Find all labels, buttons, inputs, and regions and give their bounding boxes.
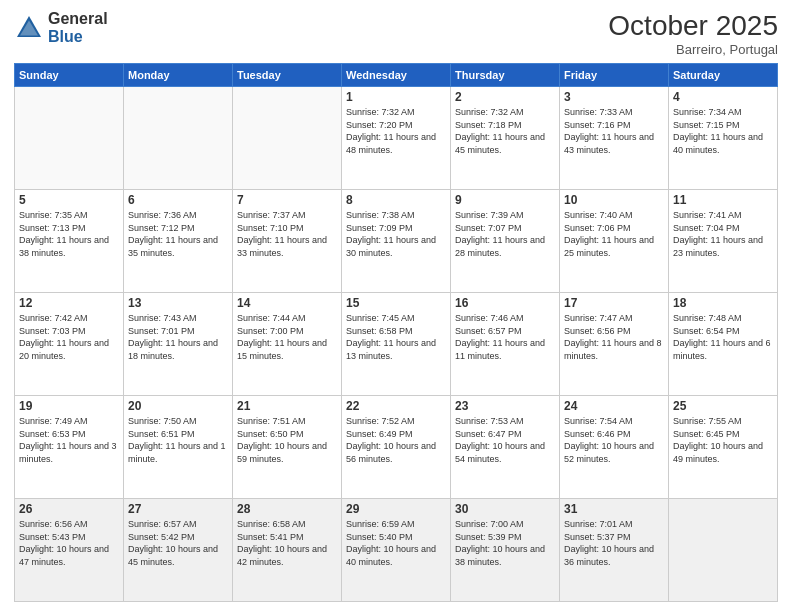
cell-w0-d4: 2Sunrise: 7:32 AM Sunset: 7:18 PM Daylig… <box>451 87 560 190</box>
cell-w3-d3: 22Sunrise: 7:52 AM Sunset: 6:49 PM Dayli… <box>342 396 451 499</box>
cell-w3-d6: 25Sunrise: 7:55 AM Sunset: 6:45 PM Dayli… <box>669 396 778 499</box>
cell-w3-d1: 20Sunrise: 7:50 AM Sunset: 6:51 PM Dayli… <box>124 396 233 499</box>
day-number: 28 <box>237 502 337 516</box>
cell-info: Sunrise: 7:50 AM Sunset: 6:51 PM Dayligh… <box>128 415 228 465</box>
day-number: 14 <box>237 296 337 310</box>
cell-w3-d2: 21Sunrise: 7:51 AM Sunset: 6:50 PM Dayli… <box>233 396 342 499</box>
day-number: 24 <box>564 399 664 413</box>
cell-info: Sunrise: 6:56 AM Sunset: 5:43 PM Dayligh… <box>19 518 119 568</box>
cell-info: Sunrise: 7:39 AM Sunset: 7:07 PM Dayligh… <box>455 209 555 259</box>
cell-info: Sunrise: 6:59 AM Sunset: 5:40 PM Dayligh… <box>346 518 446 568</box>
cell-w1-d4: 9Sunrise: 7:39 AM Sunset: 7:07 PM Daylig… <box>451 190 560 293</box>
location: Barreiro, Portugal <box>608 42 778 57</box>
day-number: 8 <box>346 193 446 207</box>
day-number: 25 <box>673 399 773 413</box>
day-number: 1 <box>346 90 446 104</box>
cell-info: Sunrise: 7:51 AM Sunset: 6:50 PM Dayligh… <box>237 415 337 465</box>
logo-icon <box>14 13 44 43</box>
day-number: 26 <box>19 502 119 516</box>
cell-w0-d0 <box>15 87 124 190</box>
day-number: 20 <box>128 399 228 413</box>
cell-w0-d1 <box>124 87 233 190</box>
cell-w3-d0: 19Sunrise: 7:49 AM Sunset: 6:53 PM Dayli… <box>15 396 124 499</box>
cell-w2-d3: 15Sunrise: 7:45 AM Sunset: 6:58 PM Dayli… <box>342 293 451 396</box>
cell-info: Sunrise: 7:41 AM Sunset: 7:04 PM Dayligh… <box>673 209 773 259</box>
day-number: 12 <box>19 296 119 310</box>
cell-w1-d2: 7Sunrise: 7:37 AM Sunset: 7:10 PM Daylig… <box>233 190 342 293</box>
cell-info: Sunrise: 7:35 AM Sunset: 7:13 PM Dayligh… <box>19 209 119 259</box>
cell-info: Sunrise: 7:53 AM Sunset: 6:47 PM Dayligh… <box>455 415 555 465</box>
week-row-4: 26Sunrise: 6:56 AM Sunset: 5:43 PM Dayli… <box>15 499 778 602</box>
cell-w1-d1: 6Sunrise: 7:36 AM Sunset: 7:12 PM Daylig… <box>124 190 233 293</box>
day-number: 16 <box>455 296 555 310</box>
cell-info: Sunrise: 7:37 AM Sunset: 7:10 PM Dayligh… <box>237 209 337 259</box>
cell-w2-d6: 18Sunrise: 7:48 AM Sunset: 6:54 PM Dayli… <box>669 293 778 396</box>
col-tuesday: Tuesday <box>233 64 342 87</box>
day-number: 30 <box>455 502 555 516</box>
cell-w1-d3: 8Sunrise: 7:38 AM Sunset: 7:09 PM Daylig… <box>342 190 451 293</box>
day-number: 19 <box>19 399 119 413</box>
cell-info: Sunrise: 7:00 AM Sunset: 5:39 PM Dayligh… <box>455 518 555 568</box>
cell-w4-d3: 29Sunrise: 6:59 AM Sunset: 5:40 PM Dayli… <box>342 499 451 602</box>
header: General Blue October 2025 Barreiro, Port… <box>14 10 778 57</box>
logo: General Blue <box>14 10 108 45</box>
day-number: 22 <box>346 399 446 413</box>
cell-info: Sunrise: 7:42 AM Sunset: 7:03 PM Dayligh… <box>19 312 119 362</box>
col-monday: Monday <box>124 64 233 87</box>
logo-general-text: General <box>48 10 108 28</box>
cell-info: Sunrise: 7:44 AM Sunset: 7:00 PM Dayligh… <box>237 312 337 362</box>
page: General Blue October 2025 Barreiro, Port… <box>0 0 792 612</box>
cell-w4-d6 <box>669 499 778 602</box>
cell-w2-d1: 13Sunrise: 7:43 AM Sunset: 7:01 PM Dayli… <box>124 293 233 396</box>
week-row-0: 1Sunrise: 7:32 AM Sunset: 7:20 PM Daylig… <box>15 87 778 190</box>
cell-w2-d0: 12Sunrise: 7:42 AM Sunset: 7:03 PM Dayli… <box>15 293 124 396</box>
day-number: 23 <box>455 399 555 413</box>
cell-info: Sunrise: 7:38 AM Sunset: 7:09 PM Dayligh… <box>346 209 446 259</box>
cell-info: Sunrise: 7:55 AM Sunset: 6:45 PM Dayligh… <box>673 415 773 465</box>
cell-info: Sunrise: 7:40 AM Sunset: 7:06 PM Dayligh… <box>564 209 664 259</box>
cell-info: Sunrise: 7:32 AM Sunset: 7:20 PM Dayligh… <box>346 106 446 156</box>
day-number: 17 <box>564 296 664 310</box>
cell-info: Sunrise: 6:58 AM Sunset: 5:41 PM Dayligh… <box>237 518 337 568</box>
day-number: 13 <box>128 296 228 310</box>
cell-w1-d5: 10Sunrise: 7:40 AM Sunset: 7:06 PM Dayli… <box>560 190 669 293</box>
cell-info: Sunrise: 7:45 AM Sunset: 6:58 PM Dayligh… <box>346 312 446 362</box>
day-number: 9 <box>455 193 555 207</box>
cell-info: Sunrise: 7:52 AM Sunset: 6:49 PM Dayligh… <box>346 415 446 465</box>
cell-info: Sunrise: 7:48 AM Sunset: 6:54 PM Dayligh… <box>673 312 773 362</box>
cell-w4-d4: 30Sunrise: 7:00 AM Sunset: 5:39 PM Dayli… <box>451 499 560 602</box>
day-number: 5 <box>19 193 119 207</box>
cell-w3-d4: 23Sunrise: 7:53 AM Sunset: 6:47 PM Dayli… <box>451 396 560 499</box>
cell-info: Sunrise: 7:43 AM Sunset: 7:01 PM Dayligh… <box>128 312 228 362</box>
day-number: 3 <box>564 90 664 104</box>
cell-w0-d3: 1Sunrise: 7:32 AM Sunset: 7:20 PM Daylig… <box>342 87 451 190</box>
cell-info: Sunrise: 7:46 AM Sunset: 6:57 PM Dayligh… <box>455 312 555 362</box>
cell-w1-d6: 11Sunrise: 7:41 AM Sunset: 7:04 PM Dayli… <box>669 190 778 293</box>
col-thursday: Thursday <box>451 64 560 87</box>
cell-info: Sunrise: 7:47 AM Sunset: 6:56 PM Dayligh… <box>564 312 664 362</box>
day-number: 4 <box>673 90 773 104</box>
cell-info: Sunrise: 7:33 AM Sunset: 7:16 PM Dayligh… <box>564 106 664 156</box>
cell-w4-d2: 28Sunrise: 6:58 AM Sunset: 5:41 PM Dayli… <box>233 499 342 602</box>
day-number: 10 <box>564 193 664 207</box>
week-row-1: 5Sunrise: 7:35 AM Sunset: 7:13 PM Daylig… <box>15 190 778 293</box>
cell-w2-d4: 16Sunrise: 7:46 AM Sunset: 6:57 PM Dayli… <box>451 293 560 396</box>
logo-text: General Blue <box>48 10 108 45</box>
day-number: 2 <box>455 90 555 104</box>
title-block: October 2025 Barreiro, Portugal <box>608 10 778 57</box>
cell-w4-d1: 27Sunrise: 6:57 AM Sunset: 5:42 PM Dayli… <box>124 499 233 602</box>
cell-info: Sunrise: 7:49 AM Sunset: 6:53 PM Dayligh… <box>19 415 119 465</box>
cell-info: Sunrise: 7:34 AM Sunset: 7:15 PM Dayligh… <box>673 106 773 156</box>
day-number: 29 <box>346 502 446 516</box>
cell-w0-d5: 3Sunrise: 7:33 AM Sunset: 7:16 PM Daylig… <box>560 87 669 190</box>
day-number: 21 <box>237 399 337 413</box>
cell-info: Sunrise: 7:36 AM Sunset: 7:12 PM Dayligh… <box>128 209 228 259</box>
day-number: 18 <box>673 296 773 310</box>
cell-w1-d0: 5Sunrise: 7:35 AM Sunset: 7:13 PM Daylig… <box>15 190 124 293</box>
day-number: 31 <box>564 502 664 516</box>
col-friday: Friday <box>560 64 669 87</box>
day-number: 7 <box>237 193 337 207</box>
day-number: 27 <box>128 502 228 516</box>
cell-info: Sunrise: 7:32 AM Sunset: 7:18 PM Dayligh… <box>455 106 555 156</box>
cell-info: Sunrise: 7:01 AM Sunset: 5:37 PM Dayligh… <box>564 518 664 568</box>
